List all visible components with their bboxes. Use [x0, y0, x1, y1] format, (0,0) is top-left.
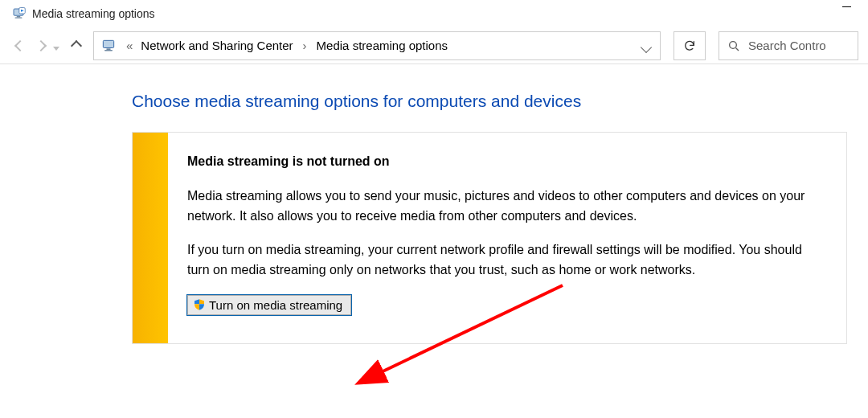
turn-on-button-label: Turn on media streaming [209, 298, 342, 312]
panel-accent-stripe [133, 133, 168, 343]
recent-locations-dropdown[interactable] [53, 47, 59, 51]
svg-rect-1 [17, 16, 21, 18]
window-titlebar: Media streaming options [0, 0, 868, 27]
address-dropdown-icon[interactable] [641, 41, 652, 52]
chevron-right-icon [301, 39, 309, 52]
breadcrumb-current[interactable]: Media streaming options [317, 39, 448, 52]
search-icon [727, 39, 740, 52]
svg-line-8 [736, 47, 739, 50]
search-input[interactable]: Search Contro [719, 31, 858, 60]
up-button[interactable] [71, 39, 82, 51]
minimize-button[interactable] [842, 6, 854, 7]
navigation-bar: Network and Sharing Center Media streami… [0, 27, 868, 64]
svg-rect-6 [104, 50, 113, 51]
turn-on-media-streaming-button[interactable]: Turn on media streaming [187, 295, 351, 315]
svg-rect-4 [103, 40, 113, 47]
panel-paragraph-1: Media streaming allows you to send your … [187, 186, 824, 227]
content-area: Choose media streaming options for compu… [0, 64, 868, 344]
search-placeholder: Search Contro [748, 39, 826, 52]
info-panel: Media streaming is not turned on Media s… [132, 132, 847, 344]
breadcrumb-ellipsis[interactable] [126, 39, 133, 52]
breadcrumb-parent[interactable]: Network and Sharing Center [141, 39, 293, 52]
refresh-button[interactable] [674, 31, 706, 60]
address-bar[interactable]: Network and Sharing Center Media streami… [93, 31, 661, 60]
window-title: Media streaming options [32, 7, 155, 20]
svg-point-7 [730, 41, 737, 48]
location-icon [100, 38, 117, 54]
svg-rect-2 [15, 18, 23, 18]
uac-shield-icon [193, 298, 206, 311]
panel-paragraph-2: If you turn on media streaming, your cur… [187, 240, 824, 281]
page-heading: Choose media streaming options for compu… [132, 92, 868, 111]
panel-subtitle: Media streaming is not turned on [187, 152, 824, 172]
back-button[interactable] [14, 39, 26, 51]
svg-rect-5 [107, 48, 111, 50]
app-icon [11, 6, 26, 21]
forward-button[interactable] [35, 39, 47, 51]
